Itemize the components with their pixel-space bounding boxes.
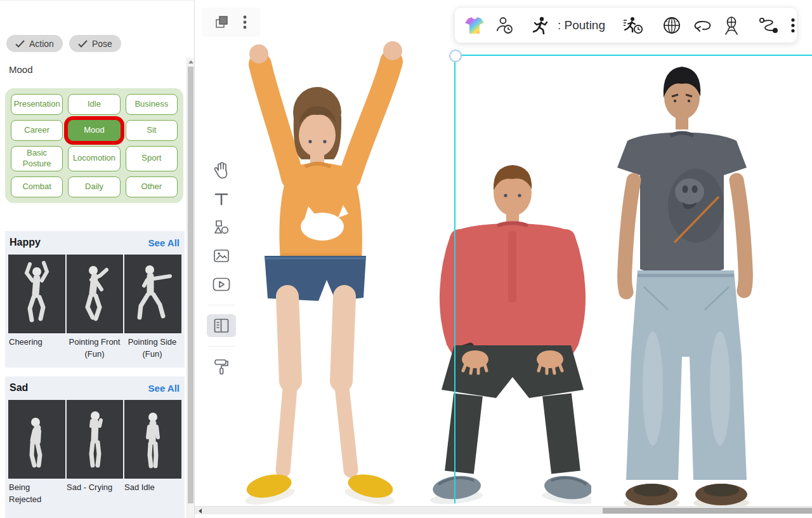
pose-thumb-being-rejected[interactable]	[8, 400, 65, 479]
selection-left-edge	[454, 55, 455, 503]
happy-group-title: Happy	[10, 237, 41, 248]
video-tool-button[interactable]	[207, 273, 236, 296]
category-combat[interactable]: Combat	[11, 176, 63, 197]
pose-label-being-rejected: Being Rejected	[8, 481, 66, 506]
character-timer-icon	[495, 17, 514, 34]
layout-panel-icon	[213, 318, 230, 333]
character-man-sitting[interactable]	[426, 160, 591, 510]
video-icon	[213, 277, 230, 291]
horizontal-scrollbar-thumb[interactable]	[603, 508, 812, 514]
hand-icon	[213, 161, 230, 179]
orbit-globe-icon	[662, 16, 681, 35]
mannequin-sad-crying-figure	[73, 404, 117, 474]
sad-see-all-link[interactable]: See All	[148, 383, 180, 394]
canvas-tool-strip	[202, 151, 241, 386]
layout-panel-tool-button[interactable]	[207, 314, 236, 337]
sidebar-scrollbar-thumb[interactable]	[188, 67, 193, 503]
character-timer-button[interactable]	[494, 15, 515, 36]
pose-thumb-pointing-side[interactable]	[124, 255, 181, 333]
tool-strip-divider	[208, 346, 235, 347]
tool-strip-divider	[208, 305, 235, 305]
happy-see-all-link[interactable]: See All	[148, 237, 180, 248]
animation-timer-button[interactable]	[622, 15, 645, 36]
selection-corner-handle[interactable]	[449, 50, 462, 62]
character-man-standing-pouting[interactable]	[599, 58, 775, 510]
category-locomotion[interactable]: Locomotion	[68, 146, 120, 171]
scroll-left-arrow-icon[interactable]	[199, 508, 202, 514]
selection-top-edge	[454, 55, 812, 56]
group-objects-icon	[215, 15, 229, 29]
category-daily[interactable]: Daily	[68, 176, 120, 197]
category-section-label: Mood	[9, 64, 33, 75]
check-icon	[15, 40, 25, 48]
editor-canvas[interactable]: : Pouting	[195, 0, 812, 518]
pose-label-sad-crying: Sad - Crying	[66, 481, 124, 506]
action-filter-label: Action	[29, 39, 54, 49]
filter-pills: Action Pose	[6, 35, 121, 52]
action-filter-toggle[interactable]: Action	[6, 35, 63, 52]
canvas-horizontal-scrollbar[interactable]	[195, 506, 812, 514]
category-career[interactable]: Career	[11, 120, 63, 141]
image-icon	[213, 248, 230, 263]
image-tool-button[interactable]	[207, 244, 236, 267]
happy-group: Happy See All	[5, 231, 185, 368]
mannequin-pointing-front-figure	[73, 259, 117, 329]
mannequin-pointing-side-figure	[131, 259, 175, 329]
character-toolbar: : Pouting	[454, 7, 797, 43]
pose-label-pointing-side: Pointing Side (Fun)	[124, 335, 181, 361]
rotate-icon	[692, 18, 712, 32]
pose-thumb-cheering[interactable]	[8, 255, 65, 333]
shapes-icon	[214, 220, 229, 235]
sidebar-scrollbar[interactable]	[187, 58, 194, 518]
rotate-button[interactable]	[691, 17, 714, 34]
category-basic-posture[interactable]: Basic Posture	[11, 146, 63, 171]
shirt-color-icon	[465, 17, 484, 34]
current-animation-label: : Pouting	[558, 18, 605, 32]
running-animation-icon	[533, 17, 548, 34]
pose-label-cheering: Cheering	[8, 335, 66, 361]
category-idle[interactable]: Idle	[68, 94, 120, 115]
category-business[interactable]: Business	[126, 94, 178, 115]
pose-filter-label: Pose	[92, 39, 112, 49]
category-grid: Presentation Idle Business Career Mood S…	[11, 94, 178, 197]
shapes-tool-button[interactable]	[207, 216, 236, 239]
group-objects-button[interactable]	[214, 14, 230, 30]
paint-roller-icon	[213, 358, 230, 376]
hand-tool-button[interactable]	[207, 159, 236, 182]
motion-path-icon	[759, 17, 780, 34]
pose-thumb-sad-idle[interactable]	[124, 400, 181, 479]
pose-filter-toggle[interactable]: Pose	[69, 35, 121, 52]
category-sit[interactable]: Sit	[126, 120, 178, 141]
category-panel: Presentation Idle Business Career Mood S…	[5, 88, 183, 203]
category-other[interactable]: Other	[126, 176, 178, 197]
mannequin-sad-idle-figure	[131, 404, 175, 474]
category-mood-selected[interactable]: Mood	[68, 120, 120, 141]
character-woman-celebrating[interactable]	[243, 35, 409, 505]
mini-more-options-button[interactable]	[242, 14, 248, 30]
pose-label-pointing-front: Pointing Front (Fun)	[66, 335, 124, 361]
pose-label-sad-idle: Sad Idle	[124, 481, 181, 506]
pose-thumb-sad-crying[interactable]	[67, 400, 124, 479]
sad-group-title: Sad	[10, 382, 28, 394]
paint-roller-tool-button[interactable]	[207, 355, 236, 378]
text-icon	[214, 191, 229, 206]
running-animation-button[interactable]	[532, 15, 549, 36]
pose-thumb-pointing-front[interactable]	[67, 255, 124, 333]
scroll-up-arrow-icon[interactable]	[188, 60, 193, 63]
category-presentation[interactable]: Presentation	[11, 94, 63, 115]
animation-timer-icon	[623, 17, 643, 34]
pose-face-icon	[723, 16, 740, 35]
text-tool-button[interactable]	[207, 187, 236, 210]
toolbar-more-options-button[interactable]	[790, 17, 796, 34]
object-mini-toolbar	[202, 8, 260, 37]
sad-group: Sad See All	[5, 376, 185, 518]
category-sport[interactable]: Sport	[126, 146, 178, 171]
mannequin-being-rejected-figure	[15, 404, 59, 474]
shirt-color-button[interactable]	[464, 16, 485, 35]
more-options-icon	[243, 15, 247, 29]
pose-sidebar: Action Pose Mood Presentation Idle Busin…	[0, 0, 195, 518]
orbit-globe-button[interactable]	[661, 15, 683, 36]
pose-face-button[interactable]	[722, 15, 741, 36]
more-options-icon	[791, 18, 795, 33]
motion-path-button[interactable]	[757, 16, 782, 35]
